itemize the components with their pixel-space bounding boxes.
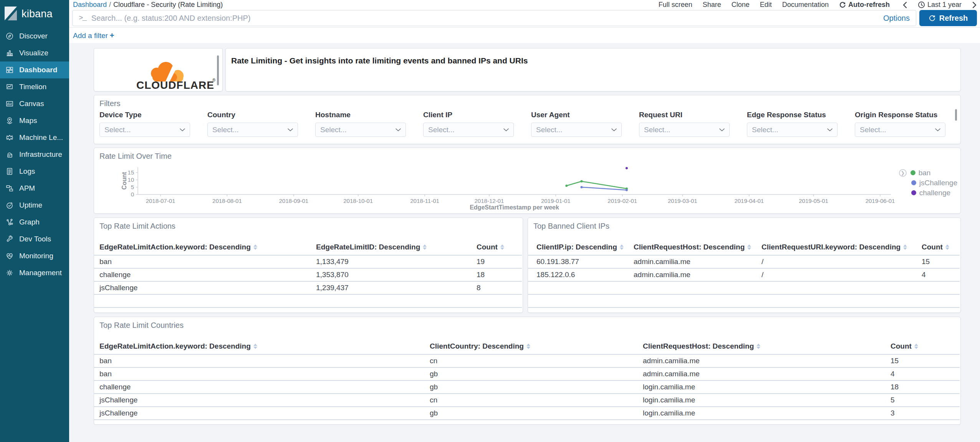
sidebar-item-apm[interactable]: APM [0, 180, 69, 197]
auto-refresh-button[interactable]: Auto-refresh [839, 1, 890, 9]
apm-icon [5, 184, 14, 193]
legend-toggle-icon[interactable]: ❯ [899, 169, 907, 177]
table-row[interactable]: jsChallengegblogin.camilia.me3 [94, 407, 960, 420]
sort-icon [253, 244, 257, 250]
breadcrumb-dashboard-link[interactable]: Dashboard [73, 1, 107, 8]
table-cell: 185.122.0.6 [536, 271, 634, 279]
svg-text:2018-08-01: 2018-08-01 [212, 198, 242, 204]
sidebar-item-infrastructure[interactable]: Infrastructure [0, 146, 69, 163]
time-forward-button[interactable] [972, 2, 977, 8]
filter-label: User Agent [531, 111, 625, 119]
svg-text:10: 10 [127, 176, 134, 183]
sidebar-item-visualize[interactable]: Visualize [0, 45, 69, 61]
sidebar-item-management[interactable]: Management [0, 264, 69, 281]
sort-icon [757, 344, 760, 349]
clone-button[interactable]: Clone [732, 1, 750, 9]
full-screen-button[interactable]: Full screen [659, 1, 692, 9]
filter-field-country: CountrySelect... [207, 111, 301, 137]
chart-legend: ❯ ban jsChallenge challenge [899, 169, 957, 197]
table-cell: 4 [891, 370, 960, 378]
sort-icon [903, 244, 907, 250]
column-header[interactable]: ClientRequestURI.keyword: Descending [761, 243, 922, 251]
chevron-down-icon [396, 128, 401, 131]
sidebar-item-discover[interactable]: Discover [0, 28, 69, 45]
column-header[interactable]: Count [477, 243, 522, 251]
table-row[interactable]: bangbadmin.camilia.me4 [94, 368, 960, 381]
filter-select[interactable]: Select... [315, 123, 406, 137]
panel-title: Top Rate Limit Actions [99, 222, 175, 231]
time-picker-button[interactable]: Last 1 year [918, 1, 962, 9]
table-row[interactable]: jsChallengecnlogin.camilia.me5 [94, 394, 960, 407]
time-back-button[interactable] [902, 2, 907, 8]
query-options-link[interactable]: Options [883, 14, 910, 23]
filter-field-hostname: HostnameSelect... [315, 111, 409, 137]
sidebar-item-monitoring[interactable]: Monitoring [0, 248, 69, 264]
panel-scrollbar[interactable] [955, 109, 957, 121]
kibana-logo-icon [4, 6, 18, 22]
refresh-button[interactable]: Refresh [919, 10, 977, 26]
table-cell: 15 [891, 357, 960, 365]
table-row[interactable]: challenge1,353,87018 [94, 269, 522, 282]
table-cell: jsChallenge [99, 409, 430, 417]
sidebar-item-canvas[interactable]: Canvas [0, 95, 69, 112]
edit-button[interactable]: Edit [760, 1, 772, 9]
legend-dot-jschallenge [911, 180, 916, 185]
column-header[interactable]: ClientRequestHost: Descending [643, 342, 891, 351]
table-cell: gb [430, 383, 643, 391]
sidebar-item-maps[interactable]: Maps [0, 112, 69, 129]
filter-select[interactable]: Select... [531, 123, 622, 137]
sidebar-item-dev-tools[interactable]: Dev Tools [0, 231, 69, 248]
table-cell: 18 [477, 271, 522, 279]
table-cell: 4 [922, 271, 960, 279]
svg-text:2019-04-01: 2019-04-01 [734, 198, 764, 204]
sidebar-item-uptime[interactable]: Uptime [0, 197, 69, 214]
legend-item-ban[interactable]: ban [919, 169, 931, 177]
legend-item-challenge[interactable]: challenge [919, 189, 950, 197]
column-header[interactable]: EdgeRateLimitID: Descending [316, 243, 477, 251]
rate-limit-line-chart[interactable]: 051015Count2018-07-012018-08-012018-09-0… [94, 148, 960, 213]
svg-text:2018-10-01: 2018-10-01 [343, 198, 373, 204]
svg-text:2019-01-01: 2019-01-01 [541, 198, 571, 204]
sidebar-item-dashboard[interactable]: Dashboard [0, 61, 69, 78]
table-row[interactable]: bancnadmin.camilia.me15 [94, 355, 960, 368]
column-header[interactable]: Count [891, 342, 960, 351]
column-header[interactable]: EdgeRateLimitAction.keyword: Descending [99, 243, 316, 251]
column-header[interactable]: ClientIP.ip: Descending [536, 243, 634, 251]
sidebar-item-logs[interactable]: Logs [0, 163, 69, 180]
kibana-logo[interactable]: kibana [0, 0, 69, 28]
filter-field-user-agent: User AgentSelect... [531, 111, 625, 137]
column-header[interactable]: ClientRequestHost: Descending [634, 243, 761, 251]
table-row[interactable]: challengegblogin.camilia.me18 [94, 381, 960, 394]
chevron-right-icon [972, 2, 977, 8]
sidebar-item-graph[interactable]: Graph [0, 214, 69, 231]
column-header[interactable]: ClientCountry: Descending [430, 342, 643, 351]
add-filter-button[interactable]: Add a filter+ [73, 31, 114, 40]
filter-select[interactable]: Select... [747, 123, 838, 137]
documentation-link[interactable]: Documentation [782, 1, 829, 9]
legend-item-jschallenge[interactable]: jsChallenge [919, 179, 957, 187]
sidebar-item-timelion[interactable]: Timelion [0, 78, 69, 95]
filter-select[interactable]: Select... [639, 123, 730, 137]
column-header[interactable]: Count [922, 243, 960, 251]
panel-scrollbar[interactable] [217, 55, 219, 85]
search-input[interactable] [91, 14, 877, 23]
table-row[interactable]: jsChallenge1,239,4378 [94, 282, 522, 295]
table-cell: 60.191.38.77 [536, 258, 634, 266]
table-cell: admin.camilia.me [643, 370, 891, 378]
filter-select[interactable]: Select... [423, 123, 514, 137]
filter-select[interactable]: Select... [99, 123, 190, 137]
filter-select[interactable]: Select... [207, 123, 298, 137]
table-row[interactable]: 60.191.38.77admin.camilia.me/15 [528, 256, 960, 269]
filter-label: Edge Response Status [747, 111, 841, 119]
table-row[interactable]: ban1,133,47919 [94, 256, 522, 269]
sidebar-item-machine-learning[interactable]: Machine Le... [0, 129, 69, 146]
column-header[interactable]: EdgeRateLimitAction.keyword: Descending [99, 342, 430, 351]
filter-bar: Add a filter+ [69, 27, 980, 43]
filter-select[interactable]: Select... [855, 123, 945, 137]
search-box: >_ Options [72, 10, 916, 26]
machine-learning-icon [5, 133, 14, 142]
share-button[interactable]: Share [703, 1, 721, 9]
select-placeholder: Select... [212, 126, 239, 134]
table-row[interactable]: 185.122.0.6admin.camilia.me/4 [528, 269, 960, 282]
graph-icon [5, 218, 14, 226]
